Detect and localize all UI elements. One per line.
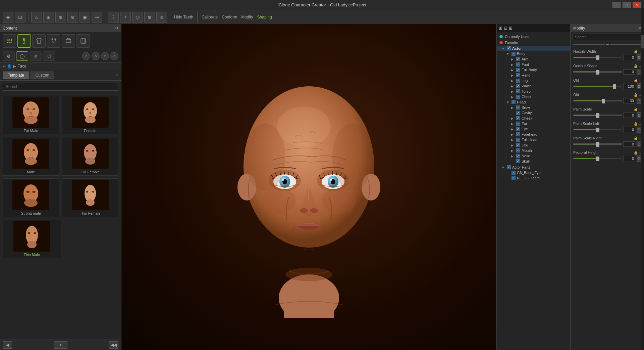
mouth-checkbox[interactable]: ✓ — [516, 148, 520, 152]
icon-btn-pose[interactable] — [76, 34, 90, 48]
tab-custom[interactable]: Custom — [31, 72, 54, 79]
calibrate-btn[interactable]: Calibrate — [200, 15, 219, 19]
arrow-icon-2[interactable]: ⌄ — [639, 64, 641, 68]
maximize-button[interactable]: □ — [623, 2, 631, 8]
slider-down-old-1[interactable]: ▼ — [637, 86, 641, 89]
tree-item-arm[interactable]: ▶ ✓ Arm — [497, 56, 570, 62]
modify-scrollbar-thumb[interactable] — [641, 35, 644, 48]
bottom-btn-add[interactable]: + — [54, 341, 67, 349]
slider-thumb-old-1[interactable] — [613, 84, 616, 89]
body-checkbox[interactable]: ✓ — [512, 52, 516, 56]
toolbar-btn-9[interactable]: ⌖ — [120, 12, 131, 23]
slider-thumb-pectoral[interactable] — [596, 157, 599, 161]
waist-checkbox[interactable]: ✓ — [516, 84, 520, 88]
toolbar-btn-8[interactable]: ⋮ — [108, 12, 119, 23]
tree-item-cavity[interactable]: ▶ ✓ Cavity — [497, 110, 570, 116]
forehead-checkbox[interactable]: ✓ — [516, 132, 520, 136]
left-panel-refresh-icon[interactable]: ↺ — [115, 26, 118, 31]
rl-g6-teeth-checkbox[interactable]: ✓ — [512, 176, 516, 180]
toolbar-btn-6[interactable]: ◉ — [79, 12, 90, 23]
icon-btn-circle-2[interactable]: ○ — [92, 52, 100, 60]
slider-track-old-1[interactable] — [573, 86, 622, 87]
slider-track-nostrils[interactable] — [573, 57, 622, 58]
slider-thumb-occiput[interactable] — [596, 70, 599, 75]
torso-checkbox[interactable]: ✓ — [516, 89, 520, 93]
tree-item-leg[interactable]: ▶ ✓ Leg — [497, 78, 570, 83]
slider-thumb-palm-left[interactable] — [596, 128, 599, 132]
tree-item-ear[interactable]: ▶ ✓ Ear — [497, 121, 570, 126]
toolbar-btn-2[interactable]: ⊡ — [15, 12, 25, 23]
tree-item-torso[interactable]: ▶ ✓ Torso — [497, 89, 570, 94]
slider-value-palm-left[interactable] — [623, 127, 635, 132]
slider-value-occiput[interactable] — [623, 69, 635, 75]
close-button[interactable]: ✕ — [633, 2, 641, 8]
slider-up-old-2[interactable]: ▲ — [637, 98, 641, 101]
slider-down-palm-left[interactable]: ▼ — [637, 130, 641, 133]
head-checkbox[interactable]: ✓ — [512, 100, 516, 104]
brow-checkbox[interactable]: ✓ — [516, 105, 520, 110]
bottom-btn-next[interactable]: ◀◀ — [109, 341, 118, 349]
icon-btn-sm-1[interactable]: ⚙ — [3, 51, 15, 61]
slider-track-palm-right[interactable] — [573, 143, 622, 145]
tree-item-jaw[interactable]: ▶ ✓ Jaw — [497, 142, 570, 148]
toolbar-btn-5[interactable]: ⊗ — [67, 12, 78, 23]
tree-header-icon-2[interactable]: ⊟ — [504, 26, 507, 31]
full-head-checkbox[interactable]: ✓ — [516, 138, 520, 142]
icon-btn-accessories[interactable] — [62, 34, 75, 48]
ear-checkbox[interactable]: ✓ — [516, 122, 520, 126]
conform-btn[interactable]: Conform — [220, 15, 238, 19]
slider-down-palm-right[interactable]: ▼ — [637, 144, 641, 147]
tree-item-currently-used[interactable]: Currently Used — [497, 34, 570, 40]
slider-track-occiput[interactable] — [573, 71, 622, 73]
collapse-icon[interactable]: ○ — [116, 73, 118, 78]
modify-scrollbar[interactable] — [641, 8, 644, 350]
tree-item-waist[interactable]: ▶ ✓ Waist — [497, 83, 570, 89]
lock-icon-1[interactable]: 🔒 — [634, 50, 638, 53]
template-female[interactable]: Female — [62, 96, 119, 134]
slider-value-palm-right[interactable] — [623, 141, 635, 147]
slider-thumb-palm-right[interactable] — [596, 142, 599, 147]
template-old-female[interactable]: Old Female — [62, 137, 119, 176]
breadcrumb-back-icon[interactable]: ↩ — [3, 64, 6, 69]
slider-value-old-2[interactable] — [623, 98, 635, 103]
tree-item-brow[interactable]: ▶ ✓ Brow — [497, 105, 570, 110]
slider-up-pectoral[interactable]: ▲ — [637, 156, 641, 159]
lock-icon-5[interactable]: 🔒 — [634, 107, 638, 111]
slider-down-old-2[interactable]: ▼ — [637, 101, 641, 104]
tree-item-full-body[interactable]: ▶ ✓ Full Body — [497, 67, 570, 73]
actor-parts-checkbox[interactable]: ✓ — [507, 165, 511, 169]
skull-checkbox[interactable]: ✓ — [516, 159, 520, 163]
slider-track-pectoral[interactable] — [573, 158, 622, 159]
tree-item-cheek[interactable]: ▶ ✓ Cheek — [497, 116, 570, 121]
arrow-icon-7[interactable]: ⌄ — [639, 136, 641, 140]
tab-template[interactable]: Template — [3, 72, 29, 79]
slider-down-palm-scale[interactable]: ▼ — [637, 115, 641, 118]
icon-btn-sm-4[interactable]: ⬡ — [43, 51, 55, 61]
slider-up-occiput[interactable]: ▲ — [637, 69, 641, 72]
slider-track-palm-left[interactable] — [573, 129, 622, 130]
slider-up-palm-scale[interactable]: ▲ — [637, 112, 641, 115]
lock-icon-8[interactable]: 🔒 — [634, 151, 638, 155]
modify-btn[interactable]: Modify — [240, 15, 254, 19]
template-thin-male[interactable]: Thin Male — [3, 220, 61, 258]
hide-teeth-btn[interactable]: Hide Teeth — [173, 15, 195, 19]
tree-item-favorite[interactable]: Favorite — [497, 40, 570, 46]
icon-btn-sm-2[interactable]: ◯ — [16, 51, 28, 61]
slider-up-palm-left[interactable]: ▲ — [637, 127, 641, 130]
full-body-checkbox[interactable]: ✓ — [516, 68, 520, 72]
slider-track-old-2[interactable] — [573, 100, 622, 101]
slider-down-occiput[interactable]: ▼ — [637, 72, 641, 75]
tree-item-nose[interactable]: ▶ ✓ Nose — [497, 153, 570, 159]
tree-item-head[interactable]: ▼ ✓ Head — [497, 99, 570, 105]
slider-up-palm-right[interactable]: ▲ — [637, 141, 641, 144]
tree-item-hand[interactable]: ▶ ✓ Hand — [497, 73, 570, 78]
modify-close-icon[interactable]: ✕ — [638, 26, 641, 31]
lock-icon-6[interactable]: 🔒 — [634, 122, 638, 126]
arm-checkbox[interactable]: ✓ — [516, 57, 520, 61]
slider-value-old-1[interactable] — [623, 84, 635, 89]
tree-header-icon-1[interactable]: ⊞ — [499, 26, 502, 31]
slider-up-nostrils[interactable]: ▲ — [637, 54, 641, 57]
icon-btn-circle-4[interactable]: ○ — [110, 52, 118, 60]
tree-item-full-head[interactable]: ▶ ✓ Full Head — [497, 137, 570, 142]
toolbar-btn-12[interactable]: ⌀ — [156, 12, 167, 23]
